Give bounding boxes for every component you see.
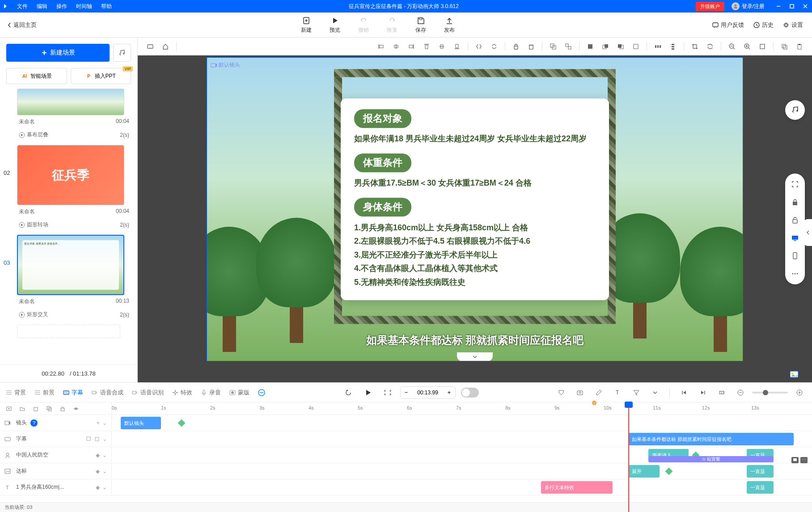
ungroup-icon[interactable]: [561, 39, 575, 54]
clip-text-effect[interactable]: 多行文本特效: [541, 481, 613, 494]
expand-button[interactable]: [381, 385, 395, 400]
copy-icon[interactable]: [777, 39, 791, 54]
filter-icon[interactable]: [629, 385, 643, 400]
layer-backward-icon[interactable]: [613, 39, 628, 54]
new-scene-button[interactable]: 新建场景: [6, 44, 110, 62]
chevron-down-icon[interactable]: ⌄: [102, 484, 107, 491]
keyframe-diamond[interactable]: [178, 419, 186, 427]
menu-file[interactable]: 文件: [17, 3, 28, 10]
flip-v-icon[interactable]: [487, 39, 501, 54]
transition-name[interactable]: 圆形转场: [27, 221, 48, 228]
menu-action[interactable]: 操作: [56, 3, 67, 10]
music-float-button[interactable]: [785, 100, 805, 120]
right-expand-handle[interactable]: [804, 219, 812, 246]
distribute-v-icon[interactable]: [666, 39, 680, 54]
upgrade-button[interactable]: 升级账户: [696, 2, 724, 11]
track-visibility-icon[interactable]: [72, 404, 80, 413]
tab-effect[interactable]: 特效: [172, 389, 192, 397]
track-content[interactable]: 多行文本特效 一直显: [112, 479, 812, 495]
fit-timeline-icon[interactable]: 1:1: [715, 385, 729, 400]
track-content[interactable]: 渐变进入 一直显 ☆ 站宣誓 ⋯: [112, 447, 812, 463]
user-login[interactable]: 登录/注册: [728, 2, 768, 10]
align-bottom-icon[interactable]: [450, 39, 464, 54]
settings-button[interactable]: 设置: [782, 21, 803, 29]
chevron-down-icon[interactable]: ⌄: [102, 452, 107, 458]
canvas-tool-camera[interactable]: [143, 39, 157, 54]
feedback-button[interactable]: 用户反馈: [712, 21, 744, 29]
lock-view-icon[interactable]: [790, 197, 800, 207]
canvas-stage[interactable]: 默认镜头 报名对象 如果你年满18 男兵毕业生未超过24周岁 女兵毕业生未超过2…: [207, 57, 743, 361]
zoom-out-icon[interactable]: [725, 39, 739, 54]
save-button[interactable]: 保存: [415, 16, 426, 34]
keyframe-icon[interactable]: ◆: [96, 484, 100, 491]
music-scene-button[interactable]: [113, 44, 131, 62]
snapshot-icon[interactable]: [573, 385, 587, 400]
unlock-view-icon[interactable]: [790, 215, 800, 225]
distribute-h-icon[interactable]: [651, 39, 665, 54]
text-icon[interactable]: T: [610, 385, 625, 400]
tab-mask[interactable]: 蒙版: [229, 389, 250, 397]
history-button[interactable]: 历史: [753, 21, 774, 29]
canvas-viewport[interactable]: 默认镜头 报名对象 如果你年满18 男兵毕业生未超过24周岁 女兵毕业生未超过2…: [138, 55, 812, 382]
keyframe-icon[interactable]: ◆: [96, 452, 100, 458]
menu-help[interactable]: 帮助: [101, 3, 112, 10]
rewind-button[interactable]: [341, 385, 355, 400]
more-clip-icon[interactable]: ⋯: [800, 457, 808, 463]
chat-bubble-icon[interactable]: [791, 457, 799, 463]
playhead[interactable]: [628, 402, 629, 512]
delete-icon[interactable]: [524, 39, 538, 54]
layer-forward-icon[interactable]: [598, 39, 613, 54]
add-folder-icon[interactable]: [18, 404, 27, 413]
close-button[interactable]: [799, 0, 812, 13]
toggle-switch[interactable]: [461, 388, 479, 398]
zoom-in-timeline-icon[interactable]: [792, 385, 807, 400]
chevron-down-icon[interactable]: ⌄: [102, 468, 107, 474]
flip-h-icon[interactable]: [472, 39, 486, 54]
chevron-down-icon[interactable]: ⌄: [102, 420, 107, 426]
undo-button[interactable]: 撤销: [358, 16, 369, 34]
lock-icon[interactable]: [509, 39, 523, 54]
play-circle-icon[interactable]: [19, 312, 25, 318]
transition-name[interactable]: 矩形交叉: [27, 311, 48, 318]
fullscreen-icon[interactable]: [790, 179, 800, 190]
delete-icon[interactable]: [94, 436, 100, 442]
group-icon[interactable]: [546, 39, 560, 54]
play-button[interactable]: [361, 385, 375, 400]
align-left-icon[interactable]: [374, 39, 388, 54]
marker-icon[interactable]: [554, 385, 568, 400]
fit-icon[interactable]: [755, 39, 770, 54]
maximize-button[interactable]: [785, 0, 799, 13]
menu-edit[interactable]: 编辑: [37, 3, 47, 10]
zoom-slider[interactable]: [752, 392, 788, 394]
clip-audio-loop[interactable]: ☆ 站宣誓: [648, 456, 774, 462]
time-input[interactable]: − +: [400, 386, 456, 399]
tab-background[interactable]: 背景: [5, 389, 26, 397]
add-keyframe-icon[interactable]: +: [97, 420, 100, 426]
desktop-view-icon[interactable]: [790, 233, 800, 243]
track-content[interactable]: 如果基本条件都达标 那就抓紧时间应征报名吧: [112, 431, 812, 447]
tab-circle[interactable]: [258, 389, 266, 397]
track-lock-icon[interactable]: [58, 404, 67, 413]
chevron-down-icon[interactable]: [648, 385, 662, 400]
track-content[interactable]: 展开 一直显: [112, 463, 812, 479]
expand-handle[interactable]: [457, 352, 493, 361]
insert-ppt-button[interactable]: P 插入PPT VIP: [71, 68, 131, 84]
tab-tts[interactable]: 语音合成: [91, 389, 123, 397]
tab-foreground[interactable]: 前景: [34, 389, 55, 397]
marker-badge[interactable]: V: [591, 400, 597, 406]
smart-scene-button[interactable]: AI 智能场景: [6, 68, 67, 84]
canvas-tool-home[interactable]: [158, 39, 173, 54]
more-icon[interactable]: [790, 268, 800, 279]
chevron-down-icon[interactable]: ⌄: [102, 436, 107, 442]
scene-thumbnail[interactable]: 征兵季: [17, 145, 124, 205]
zoom-in-icon[interactable]: [740, 39, 754, 54]
help-badge[interactable]: ?: [30, 419, 38, 427]
clip-persist[interactable]: 一直显: [747, 481, 774, 494]
clip-camera[interactable]: 默认镜头: [121, 417, 161, 429]
redo-button[interactable]: 恢复: [387, 16, 398, 34]
layer-back-icon[interactable]: [629, 39, 643, 54]
edit-icon[interactable]: [592, 385, 606, 400]
time-decrease[interactable]: −: [401, 387, 412, 398]
publish-button[interactable]: 发布: [444, 16, 455, 34]
new-button[interactable]: 新建: [301, 16, 312, 34]
